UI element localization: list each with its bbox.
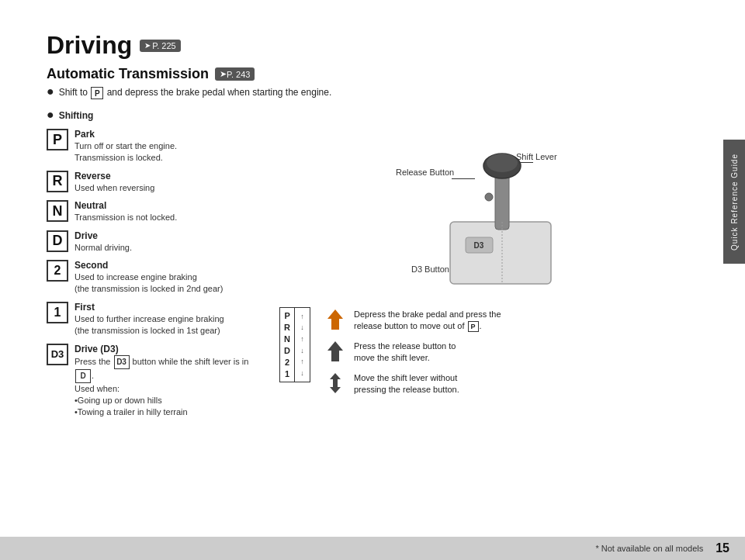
gear-name-2: Second: [74, 260, 264, 271]
svg-point-3: [487, 154, 518, 172]
svg-marker-8: [327, 309, 343, 330]
title-ref-badge: ➤ P. 225: [140, 40, 180, 52]
gear-name-D: Drive: [74, 230, 264, 241]
arrow-text-1: Depress the brake pedal and press therel…: [354, 307, 501, 333]
gear-name-N: Neutral: [74, 200, 264, 211]
down-dark-arrow-icon: [323, 339, 348, 364]
shift-lever-svg: D3: [442, 144, 567, 299]
gear-badge-1: 1: [47, 302, 68, 323]
seq-arrow-6: ↓: [300, 369, 304, 377]
gear-badge-R: R: [47, 171, 68, 192]
seq-2: 2: [285, 358, 289, 367]
shifting-label: Shifting: [59, 110, 94, 121]
gear-badge-2: 2: [47, 260, 68, 282]
arrow-row-3: Move the shift lever withoutpressing the…: [323, 371, 501, 396]
gear-info-2: Second Used to increase engine braking(t…: [74, 260, 264, 296]
gear-badge-D3: D3: [47, 344, 68, 365]
gear-info-D3: Drive (D3) Press the D3 button while the…: [74, 344, 264, 419]
gear-info-P: Park Turn off or start the engine.Transm…: [74, 129, 264, 164]
gear-item-1: 1 First Used to further increase engine …: [47, 302, 264, 337]
svg-rect-0: [450, 222, 551, 284]
bottom-bar: * Not available on all models 15: [0, 537, 745, 560]
svg-marker-11: [330, 383, 341, 393]
arrow-text-3: Move the shift lever withoutpressing the…: [354, 371, 459, 396]
d-inline-badge: D: [75, 369, 91, 383]
gear-item-N: N Neutral Transmission is not locked.: [47, 200, 264, 223]
gear-desc-2: Used to increase engine braking(the tran…: [74, 271, 264, 296]
gear-seq-labels: P R N D 2 1: [280, 308, 295, 382]
gear-info-D: Drive Normal driving.: [74, 230, 264, 254]
bullet-dot: ●: [47, 85, 54, 98]
page-title: Driving ➤ P. 225: [47, 31, 714, 60]
section-ref-arrow: ➤: [220, 69, 227, 79]
gear-badge-P: P: [47, 129, 68, 150]
intro-bullet: ● Shift to P and depress the brake pedal…: [47, 87, 714, 99]
seq-arrow-1: ↑: [300, 313, 304, 320]
page-number: 15: [716, 541, 729, 555]
seq-R: R: [284, 323, 290, 332]
gear-desc-D3: Press the D3 button while the shift leve…: [74, 355, 264, 419]
gear-desc-N: Transmission is not locked.: [74, 212, 264, 223]
gear-desc-R: Used when reversing: [74, 182, 264, 194]
arrow-row-1: Depress the brake pedal and press therel…: [323, 307, 501, 333]
section-ref-badge: ➤ P. 243: [215, 67, 255, 81]
svg-marker-9: [327, 341, 343, 361]
seq-P: P: [284, 311, 289, 320]
gear-name-R: Reverse: [74, 171, 264, 181]
seq-1: 1: [285, 369, 289, 379]
gear-item-P: P Park Turn off or start the engine.Tran…: [47, 129, 264, 164]
title-ref: P. 225: [152, 41, 175, 50]
arrow-text-2: Press the release button tomove the shif…: [354, 339, 456, 365]
section-title: Automatic Transmission ➤ P. 243: [47, 66, 714, 82]
gear-item-R: R Reverse Used when reversing: [47, 171, 264, 194]
gear-sequence-box: P R N D 2 1 ↑ ↓ ↑ ↓ ↑ ↓: [279, 307, 310, 382]
diagram-area: Release Button Shift Lever D3 Button: [279, 129, 714, 396]
gear-desc-1: Used to further increase engine braking(…: [74, 313, 264, 337]
d3-inline-badge: D3: [114, 355, 130, 369]
seq-arrow-2: ↓: [300, 323, 304, 331]
svg-text:D3: D3: [474, 241, 484, 250]
arrow-rows: Depress the brake pedal and press therel…: [323, 307, 501, 396]
arrow-instructions: P R N D 2 1 ↑ ↓ ↑ ↓ ↑ ↓: [279, 307, 714, 396]
updown-arrow-icon: [323, 371, 348, 396]
seq-N: N: [284, 334, 290, 344]
seq-arrow-5: ↑: [300, 358, 304, 365]
shifting-header: ● Shifting: [47, 110, 714, 121]
main-content: Driving ➤ P. 225 Automatic Transmission …: [47, 31, 714, 529]
arrow-icon: ➤: [144, 41, 151, 50]
seq-arrow-3: ↑: [300, 335, 304, 343]
gear-name-D3: Drive (D3): [74, 344, 264, 354]
gear-name-P: Park: [74, 129, 264, 140]
shift-diagram: Release Button Shift Lever D3 Button: [396, 129, 598, 292]
p-badge-inline: P: [91, 87, 103, 99]
down-orange-arrow-icon: [323, 307, 348, 332]
content-columns: P Park Turn off or start the engine.Tran…: [47, 129, 714, 425]
gear-list: P Park Turn off or start the engine.Tran…: [47, 129, 264, 425]
svg-marker-10: [330, 373, 341, 383]
arrow-row-2: Press the release button tomove the shif…: [323, 339, 501, 365]
seq-D: D: [284, 346, 290, 355]
sidebar-tab: Quick Reference Guide: [723, 140, 745, 264]
gear-item-D: D Drive Normal driving.: [47, 230, 264, 254]
gear-name-1: First: [74, 302, 264, 313]
section-ref: P. 243: [227, 70, 250, 79]
title-text: Driving: [47, 31, 132, 60]
gear-badge-D: D: [47, 230, 68, 252]
gear-item-2: 2 Second Used to increase engine braking…: [47, 260, 264, 296]
bottom-note: * Not available on all models: [595, 544, 703, 553]
gear-info-R: Reverse Used when reversing: [74, 171, 264, 194]
gear-info-1: First Used to further increase engine br…: [74, 302, 264, 337]
p-badge-arrow1: P: [468, 321, 479, 332]
gear-item-D3: D3 Drive (D3) Press the D3 button while …: [47, 344, 264, 419]
gear-desc-D: Normal driving.: [74, 242, 264, 254]
gear-seq-arrows: ↑ ↓ ↑ ↓ ↑ ↓: [295, 308, 310, 382]
svg-point-4: [485, 193, 493, 201]
shifting-bullet: ●: [47, 109, 54, 121]
section-title-text: Automatic Transmission: [47, 66, 209, 82]
sidebar-label: Quick Reference Guide: [730, 154, 739, 251]
gear-desc-P: Turn off or start the engine.Transmissio…: [74, 140, 264, 164]
gear-badge-N: N: [47, 200, 68, 222]
intro-text: Shift to P and depress the brake pedal w…: [59, 87, 332, 99]
gear-info-N: Neutral Transmission is not locked.: [74, 200, 264, 223]
seq-arrow-4: ↓: [300, 347, 304, 354]
